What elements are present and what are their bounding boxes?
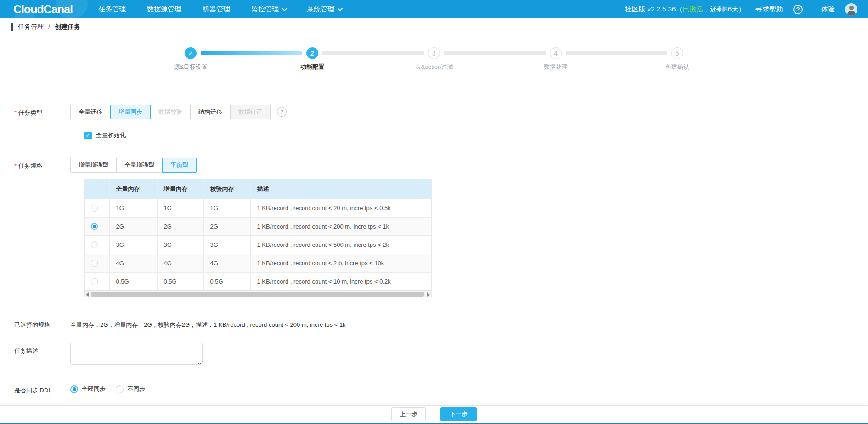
cell-full-memory: 0.5G: [109, 272, 157, 290]
step-label: 数据处理: [544, 63, 568, 71]
radio-column-header: [85, 179, 109, 199]
nav-machine-management[interactable]: 机器管理: [203, 5, 230, 14]
task-type-data-check: 数据校验: [150, 105, 191, 119]
breadcrumb-marker: [11, 23, 13, 31]
nav-label: 数据源管理: [147, 5, 181, 14]
full-init-option[interactable]: ✓ 全量初始化: [84, 131, 868, 139]
spec-radio-4g[interactable]: [91, 260, 98, 267]
col-check-memory: 校验内存: [203, 179, 250, 199]
app-logo[interactable]: CloudCanal: [13, 3, 73, 16]
cell-full-memory: 3G: [109, 235, 157, 254]
nav-monitor-management[interactable]: 监控管理: [251, 5, 286, 14]
col-incre-memory: 增量内存: [157, 179, 203, 199]
step-label: 功能配置: [300, 63, 324, 71]
step-data-processing: 4 数据处理: [550, 47, 562, 59]
ddl-sync-all-radio[interactable]: [70, 385, 78, 393]
ddl-sync-row: 是否同步 DDL 全部同步 不同步: [14, 382, 868, 395]
cell-incre-memory: 2G: [157, 217, 203, 235]
cell-description: 1 KB/record , record count < 10 m, incre…: [250, 272, 431, 290]
cell-incre-memory: 0.5G: [157, 272, 203, 290]
spec-row-05g[interactable]: 0.5G 0.5G 0.5G 1 KB/record , record coun…: [85, 272, 431, 290]
help-question-icon[interactable]: ?: [793, 5, 803, 14]
previous-step-button[interactable]: 上一步: [391, 407, 426, 421]
task-config-form: *任务类型 全量迁移 增量同步 数据校验 结构迁移 数据订正 ? ✓ 全量初始化…: [0, 87, 868, 420]
required-asterisk: *: [14, 109, 17, 116]
wizard-stepper-section: ✓ 源&目标设置 2 功能配置 3 表&action过滤 4 数据处理 5 创建…: [0, 35, 868, 87]
experience-link[interactable]: 体验: [821, 5, 835, 14]
ddl-no-sync-option[interactable]: 不同步: [116, 382, 145, 393]
breadcrumb: 任务管理 / 创建任务: [0, 18, 868, 35]
scrollbar-thumb[interactable]: [91, 292, 424, 297]
task-type-struct-migration[interactable]: 结构迁移: [190, 105, 231, 119]
cell-check-memory: 0.5G: [203, 272, 250, 290]
main-nav: 任务管理 数据源管理 机器管理 监控管理 系统管理: [98, 5, 341, 14]
task-type-help-icon[interactable]: ?: [277, 107, 287, 117]
step-label: 创建确认: [665, 63, 689, 71]
ddl-sync-label: 是否同步 DDL: [14, 382, 70, 395]
nav-label: 机器管理: [203, 5, 230, 14]
task-type-data-revise: 数据订正: [230, 105, 271, 119]
task-type-full-migration[interactable]: 全量迁移: [70, 105, 111, 119]
wizard-footer: 上一步 下一步: [0, 405, 868, 423]
step-number: 5: [671, 47, 683, 59]
task-spec-button-group: 增量增强型 全量增强型 平衡型: [70, 158, 197, 173]
nav-label: 监控管理: [251, 5, 279, 14]
nav-system-management[interactable]: 系统管理: [307, 5, 341, 14]
breadcrumb-separator: /: [48, 23, 50, 31]
full-init-label: 全量初始化: [96, 131, 126, 139]
step-source-target: ✓ 源&目标设置: [185, 47, 197, 59]
spec-row-1g[interactable]: 1G 1G 1G 1 KB/record , record count < 20…: [85, 199, 431, 217]
scroll-left-arrow-icon[interactable]: [86, 292, 89, 297]
table-horizontal-scrollbar[interactable]: [85, 290, 431, 297]
spec-radio-3g[interactable]: [91, 241, 98, 248]
selected-spec-label: 已选择的规格: [14, 317, 70, 329]
step-table-action-filter: 3 表&action过滤: [428, 47, 440, 59]
step-number: 4: [550, 47, 562, 59]
spec-radio-1g[interactable]: [91, 205, 98, 212]
scroll-right-arrow-icon[interactable]: [427, 292, 430, 297]
step-create-confirm: 5 创建确认: [671, 47, 683, 59]
spec-row-3g[interactable]: 3G 3G 3G 1 KB/record , record count < 50…: [85, 235, 431, 254]
full-init-checkbox[interactable]: ✓: [84, 132, 92, 139]
top-navigation-bar: CloudCanal 任务管理 数据源管理 机器管理 监控管理 系统管理 社区版…: [0, 0, 868, 18]
spec-balanced[interactable]: 平衡型: [162, 158, 197, 173]
step-number: 2: [306, 47, 318, 59]
step-connector: [444, 51, 546, 55]
activated-status: 已激活: [682, 5, 703, 13]
avatar-body-icon: [847, 11, 856, 16]
cell-check-memory: 4G: [203, 254, 250, 272]
step-connector: [201, 51, 302, 55]
task-type-incre-sync[interactable]: 增量同步: [110, 105, 151, 119]
cell-description: 1 KB/record , record count < 200 m, incr…: [250, 217, 431, 235]
ddl-sync-all-option[interactable]: 全部同步: [70, 382, 106, 393]
seek-help-link[interactable]: 寻求帮助: [755, 5, 783, 14]
spec-full-enhanced[interactable]: 全量增强型: [116, 158, 163, 173]
nav-datasource-management[interactable]: 数据源管理: [147, 5, 181, 14]
radio-option-label: 不同步: [127, 385, 145, 393]
ddl-no-sync-radio[interactable]: [116, 385, 124, 393]
task-desc-label: 任务描述: [14, 343, 70, 365]
breadcrumb-parent[interactable]: 任务管理: [18, 23, 44, 31]
spec-radio-2g-selected[interactable]: [91, 223, 98, 230]
spec-row-4g[interactable]: 4G 4G 4G 1 KB/record , record count < 2 …: [85, 254, 431, 272]
chevron-down-icon: [338, 6, 343, 11]
nav-task-management[interactable]: 任务管理: [98, 5, 126, 14]
step-label: 表&action过滤: [415, 63, 453, 71]
nav-label: 任务管理: [98, 5, 126, 14]
col-description: 描述: [250, 179, 431, 199]
selected-spec-row: 已选择的规格 全量内存：2G，增量内存：2G，校验内存2G，描述：1 KB/re…: [14, 317, 868, 329]
spec-radio-05g[interactable]: [91, 278, 98, 285]
radio-option-label: 全部同步: [82, 385, 106, 393]
user-avatar[interactable]: [845, 3, 857, 16]
col-full-memory: 全量内存: [109, 179, 157, 199]
cell-incre-memory: 4G: [157, 254, 203, 272]
cell-description: 1 KB/record , record count < 20 m, incre…: [250, 199, 431, 217]
task-spec-row: *任务规格 增量增强型 全量增强型 平衡型: [14, 158, 868, 173]
step-label: 源&目标设置: [174, 63, 208, 71]
spec-row-2g[interactable]: 2G 2G 2G 1 KB/record , record count < 20…: [85, 217, 431, 235]
task-desc-input[interactable]: [70, 343, 203, 365]
spec-incre-enhanced[interactable]: 增量增强型: [70, 158, 117, 173]
spec-table-header-row: 全量内存 增量内存 校验内存 描述: [85, 179, 431, 199]
cell-full-memory: 1G: [109, 199, 157, 217]
next-step-button[interactable]: 下一步: [440, 407, 477, 421]
